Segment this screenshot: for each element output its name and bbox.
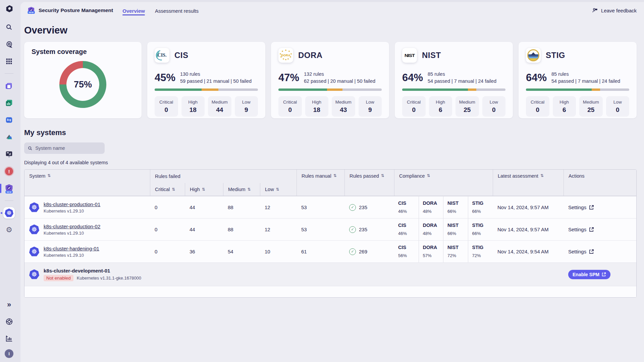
critical-value: 0 bbox=[150, 204, 185, 210]
insights-chart-icon[interactable] bbox=[3, 333, 15, 344]
leave-feedback-button[interactable]: Leave feedback bbox=[592, 7, 637, 14]
external-link-icon bbox=[589, 227, 594, 232]
severity-chip-low: Low 9 bbox=[359, 96, 382, 117]
clouds-app-icon[interactable] bbox=[3, 80, 15, 92]
sort-icon[interactable] bbox=[172, 187, 175, 192]
system-search-input[interactable] bbox=[35, 145, 101, 151]
sort-icon[interactable] bbox=[333, 173, 337, 178]
severity-chip-high: High 6 bbox=[553, 96, 576, 117]
system-link[interactable]: k8s-cluster-production-01 bbox=[44, 201, 100, 207]
system-search[interactable] bbox=[24, 142, 105, 154]
system-link[interactable]: k8s-cluster-hardening-01 bbox=[44, 246, 99, 251]
severity-chip-medium: Medium 25 bbox=[455, 96, 479, 117]
problems-app-icon[interactable]: ! bbox=[3, 166, 15, 177]
passed-segment bbox=[278, 88, 327, 91]
kubernetes-wheel-icon bbox=[5, 208, 13, 217]
rules-total: 130 rules bbox=[180, 71, 200, 77]
security-posture-app-icon[interactable]: NEW bbox=[3, 183, 15, 194]
rules-summary: 132 rules 62 passed | 20 manual | 50 fai… bbox=[304, 71, 375, 85]
framework-name: NIST bbox=[422, 51, 441, 60]
dashboards-app-icon[interactable] bbox=[3, 148, 15, 160]
settings-link[interactable]: Settings bbox=[568, 204, 594, 210]
ai-assistant-icon[interactable] bbox=[3, 39, 15, 50]
medium-value: 54 bbox=[223, 249, 260, 254]
sort-icon[interactable] bbox=[248, 187, 251, 192]
app-title: Security Posture Management bbox=[39, 7, 113, 13]
search-icon[interactable] bbox=[3, 21, 15, 33]
kubernetes-app-icon[interactable] bbox=[3, 207, 15, 219]
user-avatar[interactable]: I bbox=[5, 349, 13, 358]
kubernetes-icon bbox=[29, 247, 39, 257]
passed-value: 269 bbox=[359, 249, 367, 254]
tab-assessment-results[interactable]: Assessment results bbox=[154, 3, 199, 17]
severity-chip-high: High 18 bbox=[305, 96, 329, 117]
kubernetes-icon bbox=[29, 202, 39, 213]
help-icon[interactable] bbox=[3, 316, 15, 327]
table-footer bbox=[24, 286, 636, 297]
severity-chip-high: High 6 bbox=[429, 96, 452, 117]
manual-value: 53 bbox=[297, 227, 344, 232]
sort-icon[interactable] bbox=[276, 187, 279, 192]
passed-segment bbox=[402, 88, 468, 91]
rail-divider bbox=[5, 73, 13, 74]
system-cell: k8s-cluster-production-02 Kubernetes v1.… bbox=[24, 224, 150, 236]
progress-bar bbox=[155, 88, 258, 91]
framework-stats: 64% 85 rules 54 passed | 7 manual | 24 f… bbox=[402, 71, 505, 85]
sort-icon[interactable] bbox=[540, 173, 544, 178]
sort-icon[interactable] bbox=[427, 173, 430, 178]
active-dot bbox=[1, 212, 2, 214]
column-header-critical[interactable]: Critical bbox=[150, 183, 185, 196]
coverage-donut-hole: 75% bbox=[66, 68, 99, 101]
latest-assessment-value: Nov 14, 2024, 9:54 AM bbox=[493, 249, 564, 254]
system-link[interactable]: k8s-cluster-production-02 bbox=[44, 224, 100, 229]
card-header: CIS. CIS bbox=[155, 48, 258, 63]
progress-bar bbox=[278, 88, 382, 91]
severity-chip-low: Low 9 bbox=[235, 96, 258, 117]
column-header-rules-manual[interactable]: Rules manual bbox=[297, 170, 344, 196]
high-value: 44 bbox=[185, 204, 223, 210]
column-header-medium[interactable]: Medium bbox=[223, 183, 260, 196]
settings-link[interactable]: Settings bbox=[568, 227, 594, 232]
dynatrace-logo-icon[interactable] bbox=[4, 3, 14, 14]
passed-cell: 235 bbox=[344, 204, 394, 211]
page-content: Overview System coverage 75% bbox=[20, 19, 644, 362]
rules-total: 85 rules bbox=[428, 71, 445, 77]
double-chevron-icon bbox=[7, 300, 11, 309]
compliance-percent: 45% bbox=[155, 72, 175, 84]
rules-summary: 85 rules 54 passed | 7 manual | 24 faile… bbox=[551, 71, 620, 85]
rail-bottom: I bbox=[3, 299, 15, 358]
settings-link[interactable]: Settings bbox=[568, 249, 594, 254]
new-badge: NEW bbox=[28, 11, 35, 14]
column-header-system[interactable]: System bbox=[24, 170, 150, 196]
coverage-donut-chart: 75% bbox=[59, 61, 106, 108]
kubernetes-icon bbox=[29, 225, 39, 235]
sort-icon[interactable] bbox=[381, 173, 384, 178]
framework-name: CIS bbox=[174, 51, 189, 60]
column-header-high[interactable]: High bbox=[185, 183, 223, 196]
enable-spm-button[interactable]: Enable SPM bbox=[568, 270, 610, 279]
column-header-latest-assessment[interactable]: Latest assessment bbox=[493, 170, 564, 196]
progress-bar bbox=[402, 88, 505, 91]
tab-overview[interactable]: Overview bbox=[122, 3, 146, 17]
spm-shield-icon: NEW bbox=[27, 6, 35, 14]
manual-segment bbox=[327, 88, 343, 91]
workflows-app-icon[interactable] bbox=[3, 114, 15, 126]
apps-grid-icon[interactable] bbox=[3, 56, 15, 67]
column-header-rules-passed[interactable]: Rules passed bbox=[344, 170, 394, 196]
passed-cell: 235 bbox=[344, 226, 394, 233]
high-value: 44 bbox=[185, 227, 223, 232]
rules-summary: 85 rules 54 passed | 7 manual | 24 faile… bbox=[428, 71, 496, 85]
column-header-compliance[interactable]: Compliance bbox=[394, 170, 493, 196]
services-app-icon[interactable] bbox=[3, 131, 15, 143]
analytics-app-icon[interactable] bbox=[3, 97, 15, 109]
column-header-low[interactable]: Low bbox=[260, 183, 297, 196]
severity-chip-low: Low 0 bbox=[482, 96, 506, 117]
gear-icon bbox=[6, 226, 12, 234]
sort-icon[interactable] bbox=[202, 187, 205, 192]
sort-icon[interactable] bbox=[47, 173, 51, 178]
expand-rail-icon[interactable] bbox=[3, 299, 15, 310]
manual-value: 53 bbox=[297, 204, 344, 210]
severity-chips: Critical 0 High 6 Medium 25 Low 0 bbox=[402, 96, 505, 117]
rail-divider bbox=[5, 200, 13, 201]
settings-gear-icon[interactable] bbox=[3, 224, 15, 236]
